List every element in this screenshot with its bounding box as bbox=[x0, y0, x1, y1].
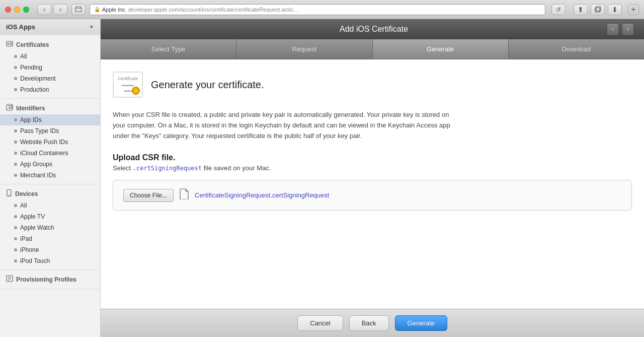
maximize-window-button[interactable] bbox=[23, 7, 29, 13]
main-layout: iOS Apps ▼ Certificates All Pending Deve… bbox=[0, 19, 644, 337]
generate-button[interactable]: Generate bbox=[395, 315, 447, 331]
sidebar-item-all-certs[interactable]: All bbox=[0, 51, 100, 62]
svg-rect-0 bbox=[75, 7, 82, 12]
content-area: Add iOS Certificate ‹ › Select Type Requ… bbox=[101, 19, 644, 337]
dot-icon bbox=[14, 77, 17, 80]
svg-point-12 bbox=[9, 195, 10, 196]
close-window-button[interactable] bbox=[5, 7, 11, 13]
header-buttons: ‹ › bbox=[607, 23, 634, 35]
sidebar-item-app-ids[interactable]: App IDs bbox=[0, 114, 100, 125]
minimize-window-button[interactable] bbox=[14, 7, 20, 13]
back-nav-button[interactable]: ‹ bbox=[37, 4, 51, 15]
forward-nav-button[interactable]: › bbox=[53, 4, 67, 15]
sidebar-item-icloud-containers[interactable]: iCloud Containers bbox=[0, 148, 100, 159]
dot-icon bbox=[14, 141, 17, 144]
page-title: Add iOS Certificate bbox=[141, 25, 607, 34]
dot-icon bbox=[14, 152, 17, 155]
step-generate[interactable]: Generate bbox=[373, 39, 509, 59]
provisioning-icon bbox=[6, 275, 13, 284]
duplicate-button[interactable] bbox=[591, 4, 605, 15]
upload-box: Choose File... CertificateSigningRequest… bbox=[113, 180, 632, 211]
sidebar-item-ipad[interactable]: iPad bbox=[0, 233, 100, 244]
content-header: Add iOS Certificate ‹ › bbox=[101, 19, 644, 39]
sidebar-item-production[interactable]: Production bbox=[0, 84, 100, 95]
header-prev-button[interactable]: ‹ bbox=[607, 23, 619, 35]
pending-label: Pending bbox=[20, 64, 42, 71]
certificates-group-title: Certificates bbox=[0, 38, 100, 51]
dot-icon bbox=[14, 237, 17, 240]
url-text: Apple Inc. developer.apple.com/account/i… bbox=[102, 7, 299, 13]
dot-icon bbox=[14, 215, 17, 218]
app-groups-label: App Groups bbox=[20, 161, 52, 168]
devices-group-title: Devices bbox=[0, 187, 100, 200]
sidebar-item-website-push-ids[interactable]: Website Push IDs bbox=[0, 137, 100, 148]
sidebar-item-app-groups[interactable]: App Groups bbox=[0, 159, 100, 170]
cancel-button[interactable]: Cancel bbox=[297, 315, 343, 331]
pass-type-ids-label: Pass Type IDs bbox=[20, 127, 59, 134]
back-button[interactable]: Back bbox=[349, 315, 389, 331]
tab-button[interactable] bbox=[71, 4, 86, 15]
identifiers-icon: ID bbox=[6, 104, 13, 112]
provisioning-label: Provisioning Profiles bbox=[16, 276, 76, 283]
browser-chrome: ‹ › 🔒 Apple Inc. developer.apple.com/acc… bbox=[0, 0, 644, 19]
step-select-type[interactable]: Select Type bbox=[101, 39, 236, 59]
address-bar[interactable]: 🔒 Apple Inc. developer.apple.com/account… bbox=[90, 4, 545, 15]
header-next-button[interactable]: › bbox=[622, 23, 634, 35]
sidebar-item-merchant-ids[interactable]: Merchant IDs bbox=[0, 170, 100, 181]
upload-subtitle-suffix: file saved on your Mac. bbox=[202, 164, 271, 172]
sidebar-item-iphone[interactable]: iPhone bbox=[0, 244, 100, 255]
upload-subtitle-file: .certSigningRequest bbox=[133, 165, 202, 172]
all-devices-label: All bbox=[20, 202, 27, 209]
dot-icon bbox=[14, 118, 17, 121]
steps-bar: Select Type Request Generate Download bbox=[101, 39, 644, 59]
apple-watch-label: Apple Watch bbox=[20, 224, 54, 231]
provisioning-group: Provisioning Profiles bbox=[0, 270, 100, 289]
certificates-icon bbox=[6, 40, 13, 49]
sidebar-item-apple-watch[interactable]: Apple Watch bbox=[0, 222, 100, 233]
devices-label: Devices bbox=[15, 190, 38, 197]
ios-apps-label: iOS Apps bbox=[6, 23, 35, 31]
sidebar-item-development[interactable]: Development bbox=[0, 73, 100, 84]
svg-text:ID: ID bbox=[8, 105, 13, 110]
app-ids-label: App IDs bbox=[20, 116, 42, 123]
ios-apps-section-header[interactable]: iOS Apps ▼ bbox=[0, 19, 100, 35]
choose-file-button[interactable]: Choose File... bbox=[123, 189, 174, 202]
merchant-ids-label: Merchant IDs bbox=[20, 172, 56, 179]
production-label: Production bbox=[20, 86, 49, 93]
new-tab-button[interactable]: + bbox=[628, 4, 639, 15]
step-download[interactable]: Download bbox=[509, 39, 644, 59]
download-button[interactable]: ⬇ bbox=[608, 4, 622, 15]
description-text: When your CSR file is created, a public … bbox=[113, 110, 455, 141]
svg-rect-2 bbox=[595, 8, 600, 12]
file-icon bbox=[180, 188, 189, 202]
sidebar-item-apple-tv[interactable]: Apple TV bbox=[0, 211, 100, 222]
cert-icon: Certificate ▬▬▬ ▬▬ bbox=[113, 72, 143, 98]
identifiers-group-title: ID Identifiers bbox=[0, 102, 100, 114]
dot-icon bbox=[14, 248, 17, 251]
sidebar-item-pass-type-ids[interactable]: Pass Type IDs bbox=[0, 125, 100, 137]
step-request[interactable]: Request bbox=[236, 39, 372, 59]
share-button[interactable]: ⬆ bbox=[574, 4, 588, 15]
upload-title: Upload CSR file. bbox=[113, 153, 632, 162]
dot-icon bbox=[14, 88, 17, 91]
sidebar-item-pending[interactable]: Pending bbox=[0, 62, 100, 73]
sidebar-item-all-devices[interactable]: All bbox=[0, 200, 100, 211]
all-certs-label: All bbox=[20, 53, 27, 60]
iphone-label: iPhone bbox=[20, 246, 39, 253]
ios-apps-chevron: ▼ bbox=[89, 24, 94, 30]
dot-icon bbox=[14, 129, 17, 132]
sidebar: iOS Apps ▼ Certificates All Pending Deve… bbox=[0, 19, 101, 337]
footer-bar: Cancel Back Generate bbox=[101, 309, 644, 337]
dot-icon bbox=[14, 66, 17, 69]
cert-header: Certificate ▬▬▬ ▬▬ Generate your certifi… bbox=[113, 72, 632, 98]
upload-subtitle: Select .certSigningRequest file saved on… bbox=[113, 164, 632, 172]
traffic-lights bbox=[5, 7, 29, 13]
certificates-label: Certificates bbox=[16, 41, 49, 48]
dot-icon bbox=[14, 163, 17, 166]
identifiers-group: ID Identifiers App IDs Pass Type IDs Web… bbox=[0, 99, 100, 184]
cert-heading: Generate your certificate. bbox=[151, 79, 264, 91]
refresh-button[interactable]: ↺ bbox=[551, 4, 566, 15]
devices-group: Devices All Apple TV Apple Watch iPad iP… bbox=[0, 184, 100, 270]
sidebar-item-ipod-touch[interactable]: iPod Touch bbox=[0, 255, 100, 266]
dot-icon bbox=[14, 55, 17, 58]
